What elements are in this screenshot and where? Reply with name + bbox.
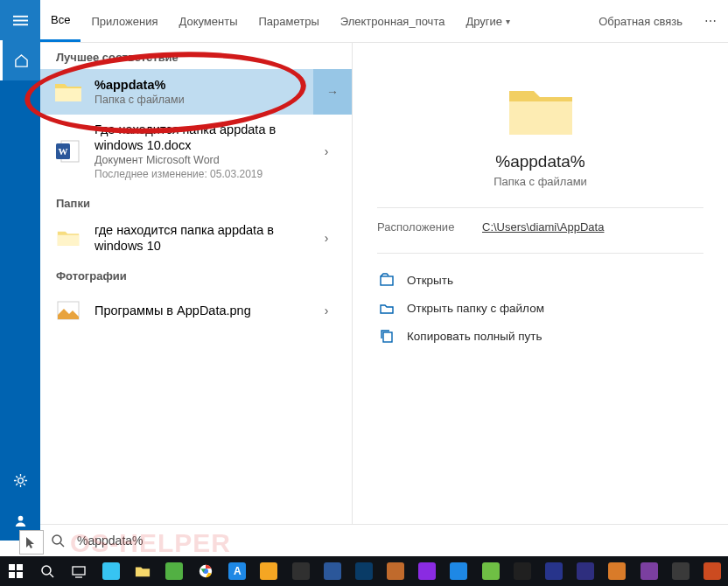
svg-rect-9 <box>381 276 393 285</box>
location-path[interactable]: C:\Users\diami\AppData <box>482 220 604 234</box>
result-document[interactable]: W Где находится папка appdata в windows … <box>40 115 352 188</box>
search-bar <box>40 524 728 556</box>
taskbar-app[interactable] <box>665 556 696 586</box>
section-best-match: Лучшее соответствие <box>40 42 352 69</box>
taskbar-app[interactable] <box>601 556 633 586</box>
result-meta: Последнее изменение: 05.03.2019 <box>94 167 310 181</box>
action-open[interactable]: Открыть <box>377 266 704 294</box>
action-label: Копировать полный путь <box>407 330 542 343</box>
svg-line-12 <box>60 543 64 547</box>
taskbar: A <box>0 556 728 586</box>
taskbar-app[interactable] <box>348 556 380 586</box>
result-title: Программы в AppData.png <box>94 303 310 318</box>
taskbar-app[interactable] <box>158 556 190 586</box>
taskbar-app[interactable] <box>285 556 317 586</box>
svg-rect-14 <box>17 564 23 570</box>
folder-icon <box>52 76 84 108</box>
action-label: Открыть папку с файлом <box>407 302 544 315</box>
result-title: где находится папка appdata в windows 10 <box>94 222 310 254</box>
taskbar-app[interactable] <box>411 556 443 586</box>
svg-text:W: W <box>59 146 68 157</box>
file-explorer-icon[interactable] <box>127 556 158 586</box>
menu-button[interactable] <box>0 0 40 40</box>
search-body: Лучшее соответствие %appdata% Папка с фа… <box>40 42 728 541</box>
taskbar-app[interactable]: A <box>221 556 253 586</box>
preview-title: %appdata% <box>377 152 704 171</box>
result-photo[interactable]: Программы в AppData.png › <box>40 288 352 333</box>
open-icon <box>379 272 395 288</box>
folder-icon <box>506 82 576 140</box>
folder-icon <box>52 222 84 254</box>
home-button[interactable] <box>0 40 40 80</box>
svg-rect-13 <box>9 564 15 570</box>
filter-tabs: Все Приложения Документы Параметры Элект… <box>40 0 728 43</box>
expand-arrow-icon[interactable]: → <box>313 69 352 115</box>
taskbar-search-icon[interactable] <box>32 556 63 586</box>
word-document-icon: W <box>52 136 84 167</box>
image-icon <box>52 295 84 326</box>
results-column: Лучшее соответствие %appdata% Папка с фа… <box>40 42 353 541</box>
svg-rect-10 <box>383 332 392 342</box>
svg-rect-15 <box>9 572 15 578</box>
preview-subtitle: Папка с файлами <box>377 175 704 188</box>
taskbar-app[interactable] <box>443 556 474 586</box>
action-label: Открыть <box>407 274 453 287</box>
action-open-folder[interactable]: Открыть папку с файлом <box>377 294 704 322</box>
taskbar-app[interactable] <box>317 556 348 586</box>
taskbar-app[interactable] <box>95 556 127 586</box>
action-copy-path[interactable]: Копировать полный путь <box>377 322 704 350</box>
taskbar-app[interactable] <box>570 556 601 586</box>
tab-more[interactable]: Другие▾ <box>455 0 521 42</box>
svg-point-11 <box>52 535 61 544</box>
more-options-button[interactable]: ⋯ <box>693 0 728 42</box>
taskbar-app[interactable] <box>475 556 507 586</box>
chevron-down-icon: ▾ <box>506 17 510 26</box>
svg-point-3 <box>18 478 23 483</box>
taskbar-app[interactable] <box>380 556 411 586</box>
section-folders: Папки <box>40 188 352 215</box>
tab-all[interactable]: Все <box>40 0 80 42</box>
svg-rect-0 <box>13 15 28 17</box>
tab-email[interactable]: Электронная_почта <box>330 0 456 42</box>
copy-icon <box>379 328 395 344</box>
svg-point-4 <box>18 515 23 520</box>
search-icon <box>40 534 75 548</box>
taskbar-app[interactable] <box>696 556 728 586</box>
folder-open-icon <box>379 300 395 316</box>
divider <box>377 207 704 208</box>
search-scope-rail <box>0 0 40 541</box>
location-label: Расположение <box>377 220 482 234</box>
tab-documents[interactable]: Документы <box>168 0 248 42</box>
chevron-right-icon[interactable]: › <box>310 303 343 317</box>
settings-button[interactable] <box>0 460 40 500</box>
result-title: Где находится папка appdata в windows 10… <box>94 122 310 153</box>
chevron-right-icon[interactable]: › <box>310 144 343 158</box>
svg-rect-2 <box>13 24 28 25</box>
cursor-indicator <box>19 530 44 555</box>
section-photos: Фотографии <box>40 261 352 288</box>
tab-apps[interactable]: Приложения <box>80 0 168 42</box>
svg-point-17 <box>42 566 51 575</box>
divider <box>377 253 704 254</box>
tab-settings[interactable]: Параметры <box>248 0 329 42</box>
task-view-icon[interactable] <box>63 556 94 586</box>
taskbar-app[interactable] <box>507 556 538 586</box>
taskbar-app[interactable] <box>633 556 664 586</box>
svg-rect-1 <box>13 19 28 21</box>
taskbar-app[interactable] <box>253 556 284 586</box>
search-input[interactable] <box>75 533 728 548</box>
chrome-icon[interactable] <box>190 556 221 586</box>
svg-rect-16 <box>17 572 23 578</box>
taskbar-app[interactable] <box>538 556 570 586</box>
svg-rect-19 <box>73 567 85 575</box>
start-button[interactable] <box>0 556 32 586</box>
feedback-link[interactable]: Обратная связь <box>588 0 693 42</box>
result-subtitle: Документ Microsoft Word <box>94 153 310 167</box>
result-subtitle: Папка с файлами <box>94 93 308 107</box>
result-folder[interactable]: где находится папка appdata в windows 10… <box>40 215 352 261</box>
result-best-match[interactable]: %appdata% Папка с файлами → <box>40 69 352 115</box>
svg-line-18 <box>50 574 53 577</box>
preview-pane: %appdata% Папка с файлами Расположение C… <box>353 42 728 541</box>
result-title: %appdata% <box>94 77 308 93</box>
chevron-right-icon[interactable]: › <box>310 231 343 245</box>
